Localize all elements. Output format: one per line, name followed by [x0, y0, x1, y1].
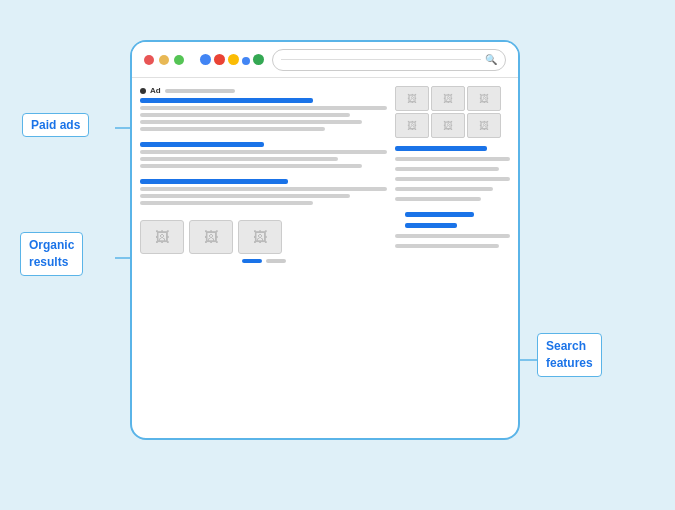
- org2-desc-2: [140, 194, 350, 198]
- search-bar[interactable]: 🔍: [272, 49, 506, 71]
- traffic-lights: [144, 55, 184, 65]
- panel-img-icon-4: 🖼: [407, 120, 417, 131]
- google-dot-blue: [200, 54, 211, 65]
- close-button[interactable]: [144, 55, 154, 65]
- panel-img-5: 🖼: [431, 113, 465, 138]
- browser-content: Ad: [132, 78, 518, 438]
- browser-titlebar: 🔍: [132, 42, 518, 78]
- label-paid-ads: Paid ads: [22, 113, 89, 137]
- ad-desc-3: [140, 120, 362, 124]
- google-dot-blue2: [242, 57, 250, 65]
- panel-img-icon-6: 🖼: [479, 120, 489, 131]
- ad-url: [165, 89, 235, 93]
- minimize-button[interactable]: [159, 55, 169, 65]
- ad-desc-1: [140, 106, 387, 110]
- panel-text-block: [395, 146, 510, 204]
- panel-desc-1: [395, 157, 510, 161]
- maximize-button[interactable]: [174, 55, 184, 65]
- snippet-desc-2: [395, 244, 499, 248]
- google-logo: [200, 54, 264, 65]
- organic-result-2: [140, 179, 387, 208]
- thumb-2: 🖼: [189, 220, 233, 254]
- pagination[interactable]: [140, 254, 387, 263]
- image-icon-3: 🖼: [253, 229, 267, 245]
- org1-title: [140, 142, 264, 147]
- panel-img-3: 🖼: [467, 86, 501, 111]
- panel-img-2: 🖼: [431, 86, 465, 111]
- image-icon-1: 🖼: [155, 229, 169, 245]
- org2-title: [140, 179, 288, 184]
- org1-desc-3: [140, 164, 362, 168]
- google-dot-green: [253, 54, 264, 65]
- thumb-1: 🖼: [140, 220, 184, 254]
- organic-results-text: Organicresults: [29, 238, 74, 269]
- browser-window: 🔍 Ad: [130, 40, 520, 440]
- org1-desc-2: [140, 157, 338, 161]
- google-dot-red: [214, 54, 225, 65]
- panel-snippet: [395, 212, 510, 251]
- panel-desc-4: [395, 187, 493, 191]
- ad-desc-2: [140, 113, 350, 117]
- search-icon: 🔍: [485, 54, 497, 65]
- panel-img-icon-2: 🖼: [443, 93, 453, 104]
- ad-desc-4: [140, 127, 325, 131]
- panel-img-1: 🖼: [395, 86, 429, 111]
- snippet-desc-1: [395, 234, 510, 238]
- snippet-subtitle: [405, 223, 457, 228]
- image-icon-2: 🖼: [204, 229, 218, 245]
- org2-desc-3: [140, 201, 313, 205]
- ad-text: Ad: [150, 86, 161, 95]
- thumb-3: 🖼: [238, 220, 282, 254]
- panel-desc-3: [395, 177, 510, 181]
- results-column: Ad: [140, 86, 387, 430]
- ad-label: Ad: [140, 86, 387, 95]
- organic-result-1: [140, 142, 387, 171]
- search-bar-line: [281, 59, 481, 60]
- panel-title: [395, 146, 487, 151]
- label-search-features: Searchfeatures: [537, 333, 602, 377]
- panel-images-grid: 🖼 🖼 🖼 🖼 🖼 🖼: [395, 86, 510, 138]
- google-dot-yellow: [228, 54, 239, 65]
- page-1[interactable]: [242, 259, 262, 263]
- panel-desc-2: [395, 167, 499, 171]
- knowledge-panel: 🖼 🖼 🖼 🖼 🖼 🖼: [395, 86, 510, 430]
- panel-img-icon-5: 🖼: [443, 120, 453, 131]
- panel-desc-5: [395, 197, 481, 201]
- search-features-text: Searchfeatures: [546, 339, 593, 370]
- ad-title-bar: [140, 98, 313, 103]
- org2-desc-1: [140, 187, 387, 191]
- paid-ad-result: [140, 98, 387, 134]
- panel-img-6: 🖼: [467, 113, 501, 138]
- org1-desc-1: [140, 150, 387, 154]
- snippet-title: [405, 212, 474, 217]
- ad-dot: [140, 88, 146, 94]
- panel-img-4: 🖼: [395, 113, 429, 138]
- panel-img-icon-3: 🖼: [479, 93, 489, 104]
- page-2[interactable]: [266, 259, 286, 263]
- paid-ads-text: Paid ads: [31, 118, 80, 132]
- label-organic-results: Organicresults: [20, 232, 83, 276]
- image-results: 🖼 🖼 🖼: [140, 220, 387, 254]
- panel-img-icon-1: 🖼: [407, 93, 417, 104]
